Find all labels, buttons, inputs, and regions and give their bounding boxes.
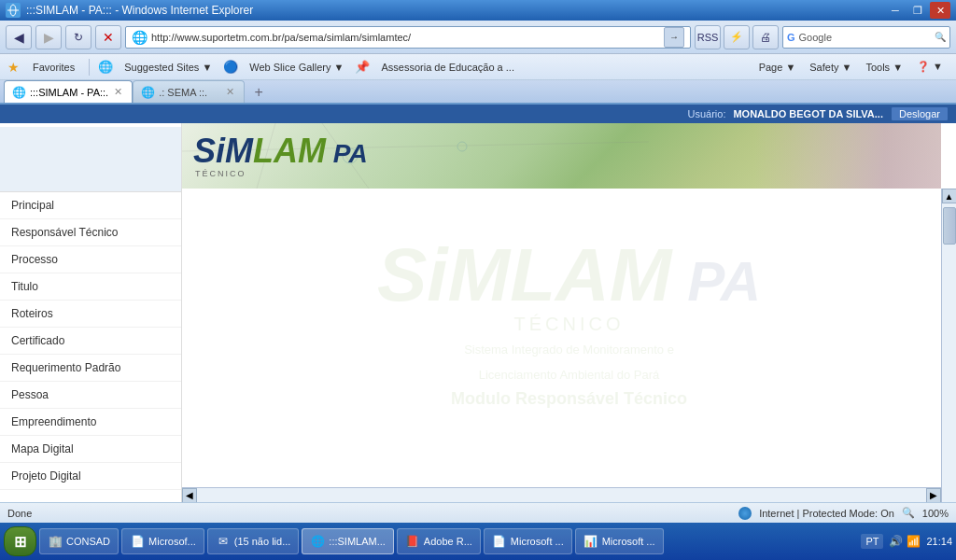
watermark-modulo: Modulo Responsável Técnico xyxy=(377,388,761,408)
print-button[interactable]: 🖨 xyxy=(752,25,779,49)
taskbar-item-microsoft1[interactable]: 📄 Microsof... xyxy=(121,528,204,554)
sidebar: Principal Responsável Técnico Processo T… xyxy=(0,123,182,523)
taskbar-time: 21:14 xyxy=(926,535,952,548)
start-button[interactable]: ⊞ xyxy=(4,526,36,556)
watermark-sim: SiM xyxy=(377,233,510,316)
suggested-sites-button[interactable]: Suggested Sites ▼ xyxy=(119,60,218,75)
taskbar-item-consad[interactable]: 🏢 CONSAD xyxy=(39,528,119,554)
user-label: Usuário: xyxy=(687,108,725,119)
scroll-right-button[interactable]: ▶ xyxy=(926,488,941,503)
watermark: SiMLAM PA TÉCNICO Sistema Integrado de M… xyxy=(377,238,761,409)
tools-menu-button[interactable]: Tools ▼ xyxy=(860,60,908,75)
user-bar: Usuário: MONALDO BEGOT DA SILVA... Deslo… xyxy=(0,105,956,123)
tab-simlam[interactable]: 🌐 :::SIMLAM - PA::. ✕ xyxy=(4,80,133,103)
taskbar-item-adobe[interactable]: 📕 Adobe R... xyxy=(397,528,481,554)
address-bar[interactable]: 🌐 http://www.suportetm.com.br/pa/sema/si… xyxy=(125,26,691,49)
tab-close-sema[interactable]: ✕ xyxy=(224,86,236,98)
zoom-level: 🔍 xyxy=(902,507,915,519)
taskbar-label-microsoft1: Microsof... xyxy=(148,536,196,547)
taskbar-label-microsoft3: Microsoft ... xyxy=(602,536,655,547)
web-slice-gallery-button[interactable]: Web Slice Gallery ▼ xyxy=(244,60,349,75)
language-indicator: PT xyxy=(861,534,883,549)
right-toolbar: Page ▼ Safety ▼ Tools ▼ ❓ ▼ xyxy=(753,59,949,75)
minimize-button[interactable]: ─ xyxy=(885,2,906,19)
taskbar-label-consad: CONSAD xyxy=(66,536,110,547)
tab-icon-sema: 🌐 xyxy=(141,86,155,99)
rss-button[interactable]: RSS xyxy=(695,25,721,49)
taskbar-item-microsoft3[interactable]: 📊 Microsoft ... xyxy=(575,528,664,554)
sidebar-item-requerimento-padrao[interactable]: Requerimento Padrão xyxy=(0,355,181,382)
web-slice-icon: 🔵 xyxy=(223,60,238,74)
watermark-pa: PA xyxy=(671,250,761,313)
sidebar-item-processo[interactable]: Processo xyxy=(0,246,181,273)
watermark-line1: Sistema Integrado de Monitoramento e xyxy=(377,341,761,360)
scroll-left-button[interactable]: ◀ xyxy=(182,488,197,503)
sidebar-item-titulo[interactable]: Titulo xyxy=(0,273,181,301)
forward-button[interactable]: ▶ xyxy=(35,25,62,49)
back-button[interactable]: ◀ xyxy=(6,25,32,49)
tab-sema[interactable]: 🌐 .: SEMA ::. ✕ xyxy=(133,80,245,103)
help-button[interactable]: ❓ ▼ xyxy=(911,59,949,75)
window-title: :::SIMLAM - PA::: - Windows Internet Exp… xyxy=(26,4,253,17)
search-go-icon[interactable]: 🔍 xyxy=(935,32,946,42)
site-header-wrapper: SiMLAM PA TÉCNICO xyxy=(182,123,941,189)
sidebar-item-certificado[interactable]: Certificado xyxy=(0,328,181,355)
header-image-right xyxy=(754,123,941,189)
search-bar[interactable]: G Google 🔍 xyxy=(782,26,950,49)
sidebar-item-empreendimento[interactable]: Empreendimento xyxy=(0,409,181,436)
scroll-thumb[interactable] xyxy=(943,207,956,245)
refresh-button[interactable]: ↻ xyxy=(65,25,91,49)
taskbar-item-microsoft2[interactable]: 📄 Microsoft ... xyxy=(484,528,572,554)
windows-logo: ⊞ xyxy=(14,533,26,551)
page-menu-button[interactable]: Page ▼ xyxy=(753,60,802,75)
logout-button[interactable]: Deslogar xyxy=(891,106,949,121)
taskbar-item-simlam[interactable]: 🌐 :::SIMLAM... xyxy=(302,528,394,554)
speaker-icon: 🔊 xyxy=(889,535,903,548)
assessoria-icon: 📌 xyxy=(355,60,370,74)
header-right xyxy=(754,123,941,189)
status-right: Internet | Protected Mode: On 🔍 100% xyxy=(738,507,949,520)
safety-menu-button[interactable]: Safety ▼ xyxy=(804,60,857,75)
simlam-logo: SiMLAM PA TÉCNICO xyxy=(182,127,379,186)
logo-lam: LAM xyxy=(253,132,326,170)
suggested-icon: 🌐 xyxy=(98,60,113,74)
scroll-h-track[interactable] xyxy=(197,488,926,502)
favorites-button[interactable]: Favorites xyxy=(27,60,80,75)
sidebar-item-responsavel-tecnico[interactable]: Responsável Técnico xyxy=(0,219,181,246)
taskbar-icon-microsoft1: 📄 xyxy=(130,534,145,549)
taskbar-system-icons: 🔊 📶 xyxy=(889,535,921,548)
status-text: Done xyxy=(7,508,32,519)
taskbar-item-notif[interactable]: ✉ (15 não lid... xyxy=(207,528,300,554)
sidebar-item-principal[interactable]: Principal xyxy=(0,192,181,219)
network-icon: 📶 xyxy=(907,535,921,548)
taskbar-label-notif: (15 não lid... xyxy=(234,536,291,547)
scroll-up-button[interactable]: ▲ xyxy=(942,189,957,203)
taskbar-icon-notif: ✉ xyxy=(216,534,231,549)
tab-close-simlam[interactable]: ✕ xyxy=(112,86,124,98)
favorites-toolbar: ★ Favorites 🌐 Suggested Sites ▼ 🔵 Web Sl… xyxy=(0,54,956,80)
restore-button[interactable]: ❐ xyxy=(907,2,928,19)
sidebar-item-mapa-digital[interactable]: Mapa Digital xyxy=(0,436,181,463)
sidebar-item-projeto-digital[interactable]: Projeto Digital xyxy=(0,463,181,490)
tab-icon-simlam: 🌐 xyxy=(12,86,26,99)
sidebar-item-pessoa[interactable]: Pessoa xyxy=(0,382,181,409)
sidebar-header-space xyxy=(0,127,181,192)
new-tab-button[interactable]: + xyxy=(248,82,269,103)
search-engine-logo: G xyxy=(787,32,795,43)
scroll-track[interactable] xyxy=(942,203,956,508)
assessoria-button[interactable]: Assessoria de Educação a ... xyxy=(375,60,519,75)
site-header: SiMLAM PA TÉCNICO xyxy=(182,123,941,189)
tab-label-sema: .: SEMA ::. xyxy=(159,87,207,98)
page-icon: 🌐 xyxy=(132,30,148,45)
vertical-scrollbar[interactable]: ▲ ▼ xyxy=(941,189,956,523)
sidebar-item-roteiros[interactable]: Roteiros xyxy=(0,301,181,328)
search-input[interactable] xyxy=(836,32,931,43)
compat-button[interactable]: ⚡ xyxy=(724,25,750,49)
taskbar-icon-consad: 🏢 xyxy=(48,534,63,549)
close-button[interactable]: ✕ xyxy=(930,2,950,19)
stop-button[interactable]: ✕ xyxy=(95,25,121,49)
ie-icon xyxy=(6,3,21,18)
horizontal-scrollbar[interactable]: ◀ ▶ xyxy=(182,487,941,502)
taskbar-clock: 21:14 xyxy=(926,535,952,548)
go-button[interactable]: → xyxy=(664,27,684,48)
